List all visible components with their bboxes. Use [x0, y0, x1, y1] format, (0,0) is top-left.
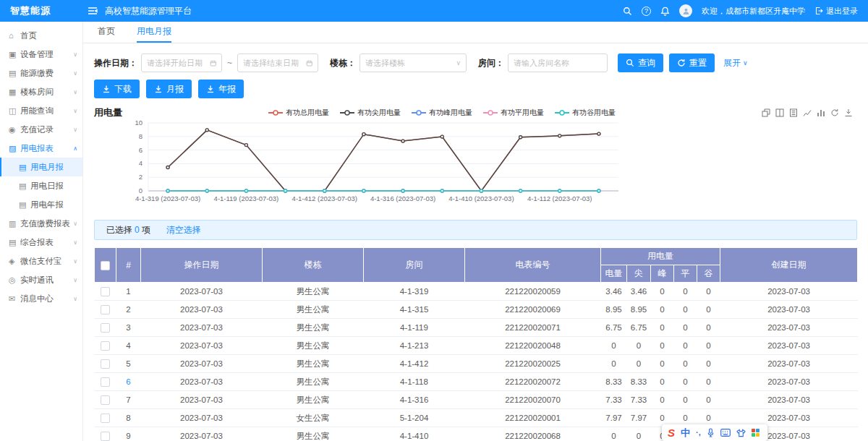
cell-room: 4-1-213 [364, 337, 465, 355]
cell-date: 2023-07-03 [141, 283, 263, 301]
room-field[interactable] [514, 59, 602, 67]
room-input[interactable] [508, 53, 608, 72]
ime-lang-indicator[interactable]: 中 [681, 428, 690, 437]
search-button[interactable]: 查询 [618, 53, 663, 72]
legend-item[interactable]: 有功平用电量 [483, 108, 544, 118]
ime-toolbar[interactable]: S 中 ·, [662, 424, 767, 441]
ime-toolbox-icon[interactable] [752, 429, 760, 437]
app-header: 智慧能源 高校智慧能源管理平台 ? 欢迎，成都市新都区升庵中学 退出登录 [0, 0, 868, 22]
clear-selection-link[interactable]: 清空选择 [166, 224, 201, 236]
cell-date: 2023-07-03 [141, 391, 263, 409]
building-select-field[interactable] [365, 59, 453, 67]
row-checkbox[interactable] [101, 359, 110, 369]
content: 操作日期： ~ 楼栋： ∨ 房间： 查询 [83, 43, 868, 441]
platform-title: 高校智慧能源管理平台 [105, 5, 192, 17]
toolbox-stack-icon[interactable] [762, 108, 770, 117]
actions-row: 下载 月报 年报 [94, 80, 857, 98]
expand-link[interactable]: 展开 ∨ [723, 57, 748, 69]
sidebar-item-power-monthly-report[interactable]: ▤用电月报 [0, 158, 82, 176]
cell-meter: 221220020069 [465, 301, 601, 319]
cell-checkbox [95, 427, 116, 441]
row-checkbox[interactable] [101, 341, 110, 351]
end-date-input[interactable] [237, 53, 318, 72]
date-filter-label: 操作日期： [94, 57, 137, 69]
cell-created: 2023-07-03 [720, 301, 858, 319]
toolbox-bar-chart-icon[interactable] [817, 108, 825, 117]
toolbox-tiled-icon[interactable] [775, 108, 784, 117]
sogou-logo[interactable]: S [668, 427, 675, 438]
sidebar-item-wechat-alipay[interactable]: ◈微信支付宝∨ [0, 252, 82, 270]
table-row: 72023-07-03男生公寓4-1-3162212200200707.337.… [95, 391, 858, 409]
legend-item[interactable]: 有功峰用电量 [412, 108, 472, 118]
row-checkbox[interactable] [101, 414, 110, 423]
chevron-down-icon: ∨ [73, 220, 77, 227]
end-date-field[interactable] [243, 59, 303, 67]
sidebar-item-power-yearly-report[interactable]: ▤用电年报 [0, 195, 82, 214]
logout-button[interactable]: 退出登录 [814, 6, 858, 17]
sidebar-item-power-report[interactable]: ▨用电报表∧ [0, 139, 82, 158]
cell-index: 2 [116, 301, 141, 319]
row-checkbox[interactable] [101, 432, 110, 441]
sidebar-item-home[interactable]: ⌂首页 [0, 26, 82, 45]
monthly-report-button[interactable]: 月报 [146, 80, 192, 98]
toolbox-line-chart-icon[interactable] [803, 108, 812, 117]
svg-text:4-1-119 (2023-07-03): 4-1-119 (2023-07-03) [214, 194, 279, 202]
toolbox-restore-icon[interactable] [830, 108, 839, 117]
chevron-down-icon: ∨ [73, 239, 77, 246]
cell-checkbox [95, 355, 116, 373]
menu-fold-icon[interactable] [88, 7, 98, 15]
row-checkbox[interactable] [101, 287, 110, 296]
legend-item[interactable]: 有功尖用电量 [340, 108, 401, 118]
toolbox-save-image-icon[interactable] [844, 108, 853, 117]
legend-marker [268, 109, 283, 116]
sidebar-item-power-daily-report[interactable]: ▤用电日报 [0, 176, 82, 195]
avatar[interactable] [679, 4, 692, 17]
bell-icon[interactable] [660, 7, 670, 16]
download-button[interactable]: 下载 [94, 80, 140, 98]
sidebar-item-recharge-record[interactable]: ◉充值记录∨ [0, 120, 82, 139]
sidebar-item-building-room[interactable]: ▦楼栋房间∨ [0, 82, 82, 101]
main-area: 首页 用电月报 操作日期： ~ 楼栋： ∨ 房间： [83, 22, 868, 441]
legend-item[interactable]: 有功谷用电量 [555, 108, 616, 118]
legend-item[interactable]: 有功总用电量 [268, 108, 329, 118]
row-checkbox[interactable] [101, 323, 110, 333]
row-checkbox[interactable] [101, 377, 110, 387]
start-date-field[interactable] [147, 59, 207, 67]
cell-peak: 0 [651, 283, 674, 301]
chart-plot[interactable]: 02468104-1-319 (2023-07-03)4-1-119 (2023… [94, 120, 857, 210]
search-icon[interactable] [623, 7, 632, 16]
help-icon[interactable]: ? [642, 7, 651, 16]
select-all-header [95, 248, 116, 283]
sidebar-item-energy-pay[interactable]: ▤能源缴费∨ [0, 64, 82, 82]
cell-building: 男生公寓 [263, 391, 364, 409]
tab-home[interactable]: 首页 [98, 22, 115, 43]
start-date-input[interactable] [141, 53, 222, 72]
doc-icon: ▤ [19, 200, 30, 210]
sidebar-item-energy-query[interactable]: ◫用能查询∨ [0, 101, 82, 120]
sidebar-item-recharge-pay-report[interactable]: ▥充值缴费报表∨ [0, 214, 82, 233]
cell-room: 4-1-119 [364, 319, 465, 337]
svg-text:4: 4 [139, 159, 142, 167]
yearly-report-button[interactable]: 年报 [198, 80, 244, 98]
sidebar-item-realtime-comm[interactable]: ◎实时通讯∨ [0, 270, 82, 289]
building-icon: ▦ [9, 87, 20, 97]
tab-power-monthly-report[interactable]: 用电月报 [137, 22, 171, 43]
row-checkbox[interactable] [101, 305, 110, 314]
sidebar-item-device-manage[interactable]: ▣设备管理∨ [0, 45, 82, 64]
ime-mic-icon[interactable] [707, 428, 715, 437]
toolbox-dataview-icon[interactable] [789, 108, 798, 117]
ime-skin-icon[interactable] [736, 429, 746, 437]
svg-text:4-1-412 (2023-07-03): 4-1-412 (2023-07-03) [292, 194, 357, 202]
sidebar-item-comprehensive-report[interactable]: ▤综合报表∨ [0, 233, 82, 252]
legend-marker [340, 109, 354, 116]
row-checkbox[interactable] [101, 395, 110, 405]
cell-meter: 221220020001 [465, 409, 601, 427]
cell-meter: 221220020070 [465, 391, 601, 409]
search-icon [626, 59, 634, 67]
reset-button[interactable]: 重置 [669, 53, 715, 72]
building-select[interactable]: ∨ [359, 53, 467, 72]
ime-keyboard-icon[interactable] [720, 429, 731, 437]
select-all-checkbox[interactable] [101, 261, 110, 270]
sidebar-item-message-center[interactable]: ✉消息中心∨ [0, 289, 82, 308]
ime-punctuation-icon[interactable]: ·, [696, 429, 701, 437]
